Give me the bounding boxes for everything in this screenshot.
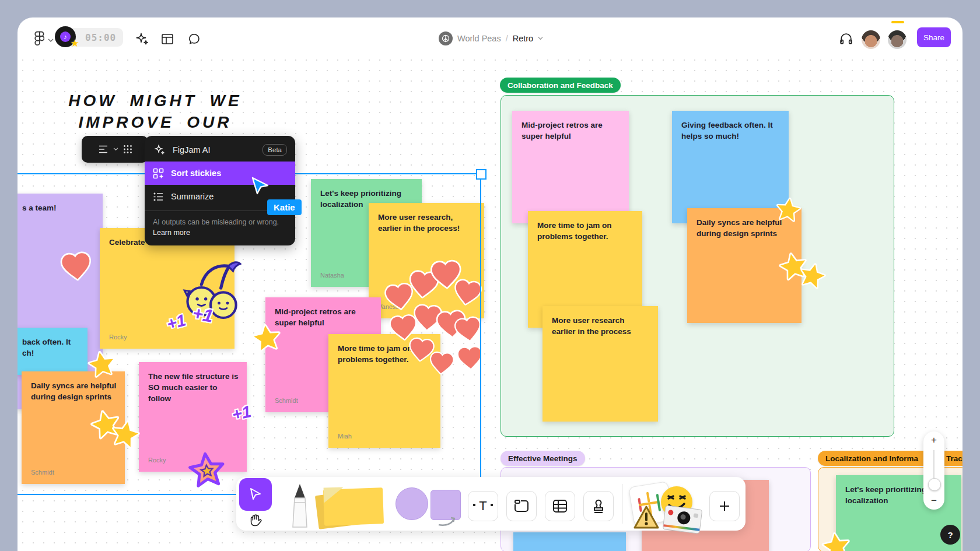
sticky-text: Mid-project retros are super helpful [522,120,621,142]
menu-item-label: Summarize [171,192,214,201]
active-user-indicator [891,21,904,23]
sticky-author: Rocky [109,333,127,342]
zoom-in-button[interactable]: + [931,431,937,449]
table-tool[interactable] [545,491,575,521]
sticky-note-retros-right[interactable]: Mid-project retros are super helpful [512,111,629,223]
sticky-text: Mid-project retros are super helpful [275,306,373,328]
star-sticker[interactable] [819,530,853,551]
figjam-ai-sparkle-icon [153,143,166,156]
avatar-collaborator-1[interactable] [862,30,880,49]
sticky-note-feedback-right[interactable]: Giving feedback often. It helps so much! [672,111,789,223]
heart-icon [58,248,95,285]
section-tool[interactable] [506,491,537,521]
hand-icon [248,513,263,528]
star-sticker[interactable] [85,348,120,384]
text-tool-icon: T [479,499,487,514]
breadcrumb-project[interactable]: World Peas [457,34,501,43]
zoom-slider-handle[interactable] [928,478,941,491]
chevron-down-icon [48,38,54,43]
shape-circle-tool[interactable] [396,487,428,520]
cursor-name-label: Katie [267,199,302,215]
star-sticker[interactable] [250,322,284,359]
section-label-effective-meetings[interactable]: Effective Meetings [501,451,585,466]
plusone-sticker[interactable]: +1 [230,402,253,424]
stamp-tool[interactable] [583,491,614,521]
sticky-text: Daily syncs are helpful during design sp… [31,380,117,402]
chevron-down-icon[interactable] [113,148,118,151]
cursor-tool-icon [249,487,262,502]
zoom-controls: + − [923,431,944,510]
timer-widget[interactable]: ♪ ★ 05:00 [60,28,123,47]
menu-item-label: Sort stickies [171,169,221,178]
star-sticker[interactable] [773,195,804,228]
avatar-collaborator-2[interactable] [888,30,907,49]
zoom-out-button[interactable]: − [931,492,937,510]
beta-badge: Beta [262,144,287,156]
audio-button[interactable] [839,31,853,46]
figma-logo-icon [30,30,44,50]
help-button[interactable]: ? [940,525,960,545]
sort-stickies-icon [153,168,164,179]
ai-tools-button[interactable] [134,31,149,47]
sticky-text: s a team! [22,202,94,213]
sticky-note-blue-bottom[interactable] [513,532,626,551]
share-button[interactable]: Share [917,27,951,47]
hand-tool[interactable] [248,513,263,531]
section-label-localization-left: Localization and Informa [818,454,918,463]
text-tool[interactable]: T [468,491,498,521]
heart-sticker[interactable] [427,349,456,380]
star-icon [250,322,284,356]
plus-icon [719,500,730,512]
section-label-collaboration[interactable]: Collaboration and Feedback [500,78,621,93]
breadcrumb[interactable]: World Peas / Retro [439,31,543,45]
sticky-author: Miah [338,432,352,441]
main-menu[interactable] [30,30,54,50]
learn-more-link[interactable]: Learn more [153,229,190,237]
plusone-sticker[interactable]: +1 [191,303,215,327]
star3d-sticker[interactable] [185,450,229,496]
select-tool[interactable] [239,478,272,511]
timer-star-icon: ★ [71,37,79,50]
warning-sticker-icon[interactable] [633,505,660,529]
sticky-note-tool[interactable] [317,487,386,527]
figjam-canvas[interactable]: HOW MIGHT WE IMPROVE OUR PROCESS? Collab… [18,17,963,551]
add-tool-button[interactable] [709,491,740,521]
sticky-text: Giving feedback often. It helps so much! [681,120,780,142]
heart-sticker[interactable] [58,248,95,287]
selection-handle[interactable] [476,169,487,180]
sticky-author: Natasha [320,271,344,280]
file-logo-icon [439,31,453,45]
context-toolbar[interactable] [82,136,148,163]
plusone-icon: +1 [191,303,215,327]
figjam-ai-header: FigJam AI Beta [145,138,295,162]
sticky-note-feedback-cut[interactable]: back often. It ch! [18,328,88,375]
sticky-note-research-right[interactable]: More user research earlier in the proces… [542,306,658,422]
star-sticker[interactable] [107,417,144,455]
breadcrumb-page[interactable]: Retro [513,34,533,43]
breadcrumb-separator: / [506,34,508,43]
figjam-ai-menu: FigJam AI Beta Sort stickies Summarize A… [145,136,295,245]
zoom-slider[interactable] [933,450,935,491]
template-icon [160,32,174,46]
sparkles-icon [134,31,149,47]
plusone-icon: +1 [164,310,188,333]
align-icon[interactable] [98,145,108,154]
music-note-icon: ♪ [60,31,71,42]
marker-tool[interactable] [288,483,312,531]
sticky-author: Rocky [148,456,166,465]
heart-icon [427,349,456,378]
menu-item-sort-stickies[interactable]: Sort stickies [145,162,295,185]
templates-button[interactable] [160,32,174,46]
chevron-down-icon[interactable] [538,37,543,40]
figjam-ai-title: FigJam AI [173,145,210,155]
plusone-icon: +1 [230,402,253,424]
grid-handle-icon[interactable] [123,145,132,154]
board-title-line1: HOW MIGHT WE [23,90,287,111]
star-icon [819,530,853,551]
ai-disclaimer: AI outputs can be misleading or wrong. L… [145,211,295,245]
music-record-icon: ♪ ★ [55,26,77,48]
star-icon [85,348,119,382]
comments-button[interactable] [187,32,201,46]
table-tool-icon [552,499,568,513]
connector-arrow-icon[interactable] [437,513,458,527]
